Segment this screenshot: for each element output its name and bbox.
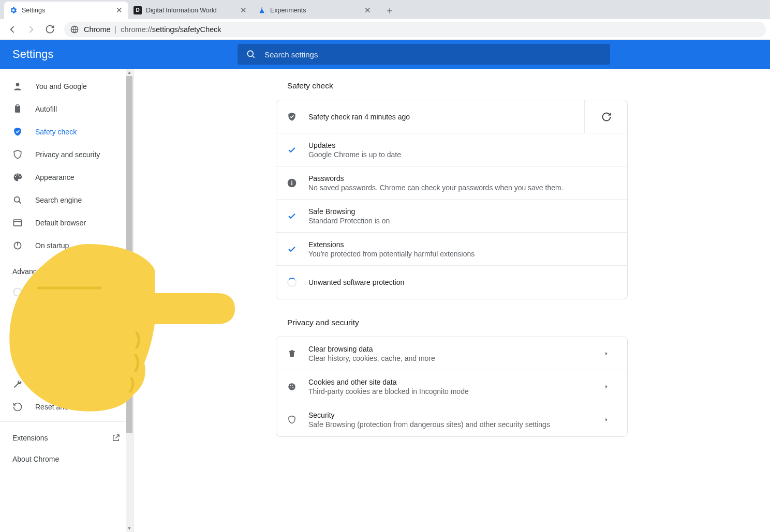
person-icon <box>12 81 23 92</box>
tab-separator <box>378 5 378 16</box>
svg-point-21 <box>290 387 291 388</box>
tab-experiments[interactable]: Experiments ✕ <box>253 2 377 19</box>
reload-button[interactable] <box>41 21 58 38</box>
browser-tab-strip: Settings ✕ D Digital Information World ✕… <box>0 0 770 19</box>
shield-check-icon <box>287 112 297 122</box>
open-in-new-icon <box>111 433 121 443</box>
privacy-card: Clear browsing dataClear history, cookie… <box>276 337 628 437</box>
new-tab-button[interactable]: ＋ <box>382 3 397 18</box>
close-icon[interactable]: ✕ <box>363 6 372 14</box>
settings-header: Settings <box>0 40 770 69</box>
address-bar[interactable]: Chrome|chrome://settings/safetyCheck <box>64 22 766 37</box>
svg-point-8 <box>18 174 19 175</box>
row-title: Unwanted software protection <box>308 278 617 286</box>
svg-point-13 <box>14 288 22 296</box>
row-subtitle: You're protected from potentially harmfu… <box>308 250 617 258</box>
restore-icon <box>12 402 23 412</box>
row-subtitle: Standard Protection is on <box>308 217 617 225</box>
row-title: Updates <box>308 141 617 149</box>
privacy-row-clear-data[interactable]: Clear browsing dataClear history, cookie… <box>276 337 627 370</box>
safety-row-extensions[interactable]: ExtensionsYou're protected from potentia… <box>276 233 627 266</box>
safety-card: Safety check ran 4 minutes ago UpdatesGo… <box>276 100 628 299</box>
browser-icon <box>12 218 23 228</box>
spinner-icon <box>287 277 297 287</box>
sidebar-item-extensions[interactable]: Extensions <box>0 426 133 450</box>
scroll-down-icon[interactable]: ▼ <box>126 525 133 532</box>
page-title: Settings <box>12 48 238 61</box>
safety-row-passwords[interactable]: PasswordsNo saved passwords. Chrome can … <box>276 166 627 200</box>
gear-icon <box>9 6 18 14</box>
privacy-row-security[interactable]: SecuritySafe Browsing (protection from d… <box>276 403 627 436</box>
sidebar-item-appearance[interactable]: Appearance <box>0 167 133 188</box>
power-icon <box>12 240 23 251</box>
sidebar-item-on-startup[interactable]: On startup <box>0 235 133 256</box>
privacy-row-cookies[interactable]: Cookies and other site dataThird-party c… <box>276 370 627 403</box>
sidebar-item-safety-check[interactable]: Safety check <box>0 121 133 142</box>
sidebar-item-default-browser[interactable]: Default browser <box>0 212 133 233</box>
diw-favicon: D <box>134 6 142 14</box>
svg-point-10 <box>14 197 20 202</box>
sidebar-item-you-and-google[interactable]: You and Google <box>0 76 133 97</box>
globe-icon <box>12 287 23 297</box>
clipboard-icon <box>12 104 23 114</box>
svg-point-9 <box>20 176 21 177</box>
row-subtitle: Third-party cookies are blocked in Incog… <box>308 387 585 396</box>
sidebar-item-search-engine[interactable]: Search engine <box>0 190 133 210</box>
scrollbar-thumb[interactable] <box>126 76 132 433</box>
tab-settings[interactable]: Settings ✕ <box>4 2 128 19</box>
row-title: Safety check ran 4 minutes ago <box>308 113 573 121</box>
close-icon[interactable]: ✕ <box>115 6 123 14</box>
sidebar-item-about[interactable]: About Chrome <box>0 450 133 470</box>
search-input[interactable] <box>264 50 602 59</box>
row-title: Safe Browsing <box>308 207 617 216</box>
tab-title: Experiments <box>270 7 363 14</box>
sidebar-item-label: Privacy and security <box>35 150 100 159</box>
svg-rect-15 <box>291 182 292 185</box>
check-icon <box>287 211 297 221</box>
cookie-icon <box>287 382 297 392</box>
svg-point-2 <box>247 51 253 56</box>
svg-point-19 <box>292 385 293 386</box>
check-icon <box>287 145 297 155</box>
svg-point-18 <box>290 385 291 386</box>
shield-icon <box>12 149 23 160</box>
search-icon <box>246 49 256 59</box>
palette-icon <box>12 172 23 183</box>
scroll-up-icon[interactable]: ▲ <box>126 69 133 76</box>
safety-row-unwanted-software[interactable]: Unwanted software protection <box>276 266 627 299</box>
search-icon <box>12 195 23 205</box>
svg-rect-5 <box>17 105 19 107</box>
svg-point-6 <box>15 176 16 177</box>
row-title: Extensions <box>308 240 617 249</box>
sidebar-item-label: Reset and clean up <box>35 403 98 411</box>
sidebar-item-system[interactable] <box>0 374 133 394</box>
trash-icon <box>287 348 297 359</box>
url-text: Chrome|chrome://settings/safetyCheck <box>84 25 221 34</box>
flask-icon <box>258 6 266 14</box>
back-button[interactable] <box>4 21 21 38</box>
row-title: Cookies and other site data <box>308 378 585 386</box>
section-title-privacy: Privacy and security <box>276 318 628 327</box>
sidebar-item-reset[interactable]: Reset and clean up <box>0 397 133 417</box>
tab-diw[interactable]: D Digital Information World ✕ <box>128 2 253 19</box>
svg-point-17 <box>288 383 295 390</box>
chevron-right-icon <box>596 417 617 422</box>
sidebar-item-label: On startup <box>35 241 69 250</box>
sidebar-item-label: Appearance <box>35 173 75 181</box>
sidebar-item-languages[interactable] <box>0 282 133 302</box>
tab-title: Digital Information World <box>146 7 239 14</box>
rerun-button[interactable] <box>596 112 617 122</box>
sidebar-item-label: Autofill <box>35 105 57 113</box>
close-icon[interactable]: ✕ <box>239 6 247 14</box>
sidebar-advanced-label[interactable]: Advanced <box>0 258 133 280</box>
safety-row-updates[interactable]: UpdatesGoogle Chrome is up to date <box>276 133 627 166</box>
safety-row-safe-browsing[interactable]: Safe BrowsingStandard Protection is on <box>276 200 627 233</box>
site-info-icon[interactable] <box>70 25 79 34</box>
sidebar-item-privacy[interactable]: Privacy and security <box>0 144 133 165</box>
search-settings[interactable] <box>238 44 610 65</box>
sidebar-item-autofill[interactable]: Autofill <box>0 99 133 119</box>
sidebar-item-label: Default browser <box>35 219 86 227</box>
settings-sidebar: ▲ ▼ You and Google Autofill Safety check… <box>0 69 134 532</box>
forward-button[interactable] <box>23 21 39 38</box>
row-title: Clear browsing data <box>308 345 585 353</box>
